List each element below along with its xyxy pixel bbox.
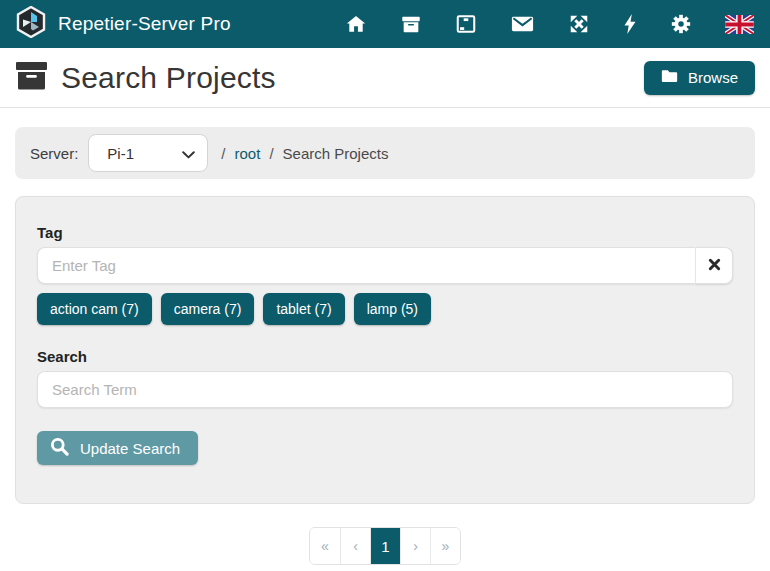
tag-chip-lamp[interactable]: lamp (5): [354, 293, 431, 325]
pagination-wrap: « ‹ 1 › »: [0, 527, 770, 565]
tag-chip-camera[interactable]: camera (7): [161, 293, 255, 325]
breadcrumb-root-link[interactable]: root: [235, 145, 261, 162]
search-field-label: Search: [37, 348, 733, 365]
navbar-icon-menu: [345, 13, 754, 35]
update-search-button-label: Update Search: [80, 440, 180, 457]
brand-title: Repetier-Server Pro: [58, 13, 231, 35]
breadcrumb-current-page: Search Projects: [283, 145, 389, 162]
chevron-down-icon: [182, 145, 195, 162]
messages-envelope-icon[interactable]: [510, 13, 535, 35]
pagination-first-button[interactable]: «: [310, 528, 340, 564]
server-select-value: Pi-1: [107, 145, 134, 162]
tag-chip-list: action cam (7) camera (7) tablet (7) lam…: [37, 293, 733, 325]
search-icon: [50, 437, 69, 459]
pagination-page-1[interactable]: 1: [370, 528, 400, 564]
pagination-next-button[interactable]: ›: [400, 528, 430, 564]
tag-input-group: [37, 247, 733, 284]
tag-chip-action-cam[interactable]: action cam (7): [37, 293, 152, 325]
home-icon[interactable]: [345, 13, 367, 35]
pagination: « ‹ 1 › »: [309, 527, 461, 565]
server-select[interactable]: Pi-1: [88, 134, 208, 172]
page-title: Search Projects: [61, 61, 276, 95]
server-breadcrumb-bar: Server: Pi-1 / root / Search Projects: [15, 127, 755, 179]
printer-icon[interactable]: [455, 13, 477, 35]
clear-tag-button[interactable]: [696, 247, 733, 284]
tag-input[interactable]: [37, 247, 696, 284]
tag-field-label: Tag: [37, 224, 733, 241]
language-flag-icon[interactable]: [725, 15, 754, 34]
archive-box-title-icon: [15, 60, 48, 95]
folder-icon: [661, 69, 678, 86]
pagination-last-button[interactable]: »: [430, 528, 460, 564]
browse-button-label: Browse: [688, 69, 738, 86]
breadcrumb-separator: /: [221, 145, 225, 162]
update-search-button[interactable]: Update Search: [37, 431, 198, 465]
repetier-logo-icon: [16, 6, 46, 42]
top-navbar: Repetier-Server Pro: [0, 0, 770, 48]
expand-arrows-icon[interactable]: [568, 13, 590, 35]
page-header: Search Projects Browse: [0, 48, 770, 108]
pagination-prev-button[interactable]: ‹: [340, 528, 370, 564]
close-icon: [708, 258, 721, 274]
projects-archive-icon[interactable]: [400, 13, 422, 35]
tag-chip-tablet[interactable]: tablet (7): [263, 293, 344, 325]
search-panel: Tag action cam (7) camera (7) tablet (7)…: [15, 196, 755, 504]
server-label: Server:: [30, 145, 78, 162]
bolt-icon[interactable]: [623, 13, 637, 35]
brand-home-link[interactable]: Repetier-Server Pro: [16, 6, 231, 42]
browse-button[interactable]: Browse: [644, 61, 755, 95]
settings-gear-icon[interactable]: [670, 13, 692, 35]
breadcrumb: / root / Search Projects: [221, 145, 388, 162]
search-input-wrap: [37, 371, 733, 408]
search-input[interactable]: [37, 371, 733, 408]
breadcrumb-separator: /: [269, 145, 273, 162]
